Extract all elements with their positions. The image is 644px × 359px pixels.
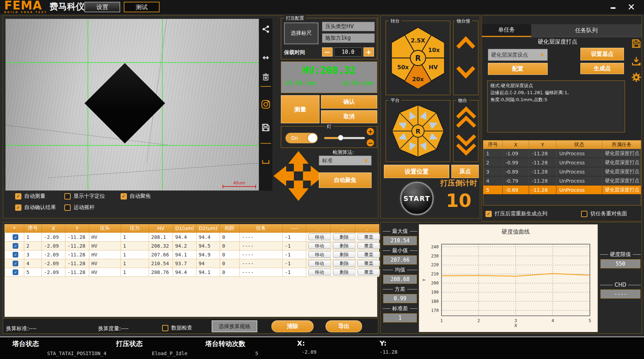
checkbox-icon[interactable] xyxy=(64,193,71,200)
light-toggle[interactable]: On xyxy=(285,133,318,143)
origin-button[interactable]: 原点 xyxy=(451,165,479,178)
save-image-icon[interactable] xyxy=(259,120,272,135)
tab-single-task[interactable]: 单任务 xyxy=(482,24,531,37)
start-button[interactable]: START xyxy=(400,182,434,215)
overwrite-button[interactable]: 覆盖 xyxy=(358,251,380,258)
overwrite-button[interactable]: 覆盖 xyxy=(358,234,380,240)
tab-settings[interactable]: 设置 xyxy=(84,2,120,12)
generate-points-button[interactable]: 生成点 xyxy=(580,63,624,74)
confirm-button[interactable]: 确认 xyxy=(321,95,377,109)
row-checkbox[interactable]: ✓ xyxy=(13,234,18,240)
camera-option-checkbox[interactable]: ✓自动确认结果 xyxy=(15,204,56,211)
hold-time-value[interactable]: 10.0 xyxy=(334,47,362,57)
import-points-icon[interactable] xyxy=(631,56,642,68)
slider-knob[interactable] xyxy=(338,135,343,141)
delete-button[interactable]: 删除 xyxy=(333,251,355,258)
turret-pos-20x[interactable]: 20x xyxy=(412,76,424,83)
delete-button[interactable]: 删除 xyxy=(333,260,355,267)
task-mode-dropdown[interactable]: 硬化层深度设点 ∨ xyxy=(488,49,548,61)
task-option-checkbox[interactable]: 切任务重对焦面 xyxy=(581,210,627,217)
brightness-minus-icon[interactable]: − xyxy=(367,139,374,146)
gear-icon[interactable] xyxy=(631,72,642,84)
points-table-row[interactable]: 4-0.79-11.28UnProcess硬化层深度打点 xyxy=(483,176,641,185)
checkbox-icon[interactable]: ✓ xyxy=(485,211,492,217)
task-info-box[interactable]: 模式:硬化层深度设点 边缘起点:[-2.09,-11.28], 偏移距离:1, … xyxy=(487,80,625,132)
stage-down-fast-icon[interactable] xyxy=(455,133,477,156)
move-button[interactable]: 移动 xyxy=(308,260,331,267)
checkbox-icon[interactable] xyxy=(581,211,587,217)
force-field[interactable]: 施加力1kg xyxy=(322,33,375,43)
checkbox-icon[interactable]: ✓ xyxy=(121,193,127,200)
measure-width-icon[interactable]: ↔ xyxy=(259,50,272,64)
clear-button[interactable]: 清除 xyxy=(271,320,314,332)
turret-pos-hv[interactable]: HV xyxy=(429,64,438,71)
row-checkbox[interactable]: ✓ xyxy=(13,269,18,275)
algorithm-dropdown[interactable]: 标准 ∨ xyxy=(319,156,372,165)
export-button[interactable]: 导出 xyxy=(326,320,362,332)
set-position-button[interactable]: 设置位置 xyxy=(384,165,449,178)
hold-time-increase-button[interactable]: + xyxy=(363,47,374,57)
stage-slow-down-icon[interactable] xyxy=(455,65,476,79)
checkbox-icon[interactable]: ✓ xyxy=(15,204,21,211)
autofocus-button[interactable]: 自动聚焦 xyxy=(319,172,372,188)
camera-option-checkbox[interactable]: ✓自动聚焦 xyxy=(121,193,151,200)
tab-test[interactable]: 测试 xyxy=(124,2,160,12)
checkbox-icon[interactable] xyxy=(64,204,71,211)
overwrite-button[interactable]: 覆盖 xyxy=(358,269,380,275)
trash-icon[interactable] xyxy=(259,70,272,84)
move-button[interactable]: 移动 xyxy=(308,242,331,249)
row-checkbox[interactable]: ✓ xyxy=(13,252,18,257)
table-row[interactable]: ✓5-2.09-11.28HV1208.7694.494.10-----1移动删… xyxy=(5,268,379,276)
task-config-button[interactable]: 配置 xyxy=(488,63,548,75)
stage-up-fast-icon[interactable] xyxy=(455,106,477,129)
move-button[interactable]: 移动 xyxy=(308,251,331,258)
save-task-icon[interactable] xyxy=(631,38,642,50)
table-row[interactable]: ✓4-2.09-11.28HV1210.5493.7940-----1移动删除覆… xyxy=(5,259,379,268)
toggle-knob[interactable] xyxy=(308,133,317,143)
share-icon[interactable] xyxy=(259,22,272,36)
points-table-row[interactable]: 3-0.89-11.28UnProcess硬化层深度打点 xyxy=(483,167,641,176)
stage-dpad[interactable] xyxy=(272,150,325,202)
ruler-icon[interactable] xyxy=(259,155,272,169)
camera-option-checkbox[interactable]: 显示十字定位 xyxy=(64,193,105,200)
camera-option-checkbox[interactable]: ✓自动测量 xyxy=(15,193,45,200)
task-option-checkbox[interactable]: ✓打压后需重新生成点列 xyxy=(485,210,547,217)
overwrite-button[interactable]: 覆盖 xyxy=(358,242,380,249)
row-checkbox[interactable]: ✓ xyxy=(13,243,18,249)
select-conversion-spec-button[interactable]: 选择换算规格 xyxy=(212,320,257,332)
brightness-slider[interactable] xyxy=(324,137,365,139)
platform-octagon[interactable]: R xyxy=(388,103,447,159)
select-ruler-button[interactable]: 选择标尺 xyxy=(284,22,318,44)
camera-option-checkbox[interactable]: 运动摇杆 xyxy=(64,204,95,211)
table-row[interactable]: ✓1-2.09-11.28HV1208.194.494.40-----1移动删除… xyxy=(5,233,379,241)
table-row[interactable]: ✓3-2.09-11.28HV1207.6694.194.90-----1移动删… xyxy=(5,250,379,259)
table-row[interactable]: ✓2-2.09-11.28HV1208.3294.294.50-----1移动删… xyxy=(5,241,379,250)
tab-task-queue[interactable]: 任务队列 xyxy=(531,24,642,37)
minimize-icon[interactable]: – xyxy=(605,0,621,14)
overwrite-button[interactable]: 覆盖 xyxy=(358,260,380,267)
turret-pos-10x[interactable]: 10x xyxy=(428,47,440,53)
brightness-plus-icon[interactable]: + xyxy=(367,128,374,135)
move-button[interactable]: 移动 xyxy=(308,234,331,240)
turret-pos-50x[interactable]: 50x xyxy=(397,64,409,71)
delete-button[interactable]: 删除 xyxy=(333,234,355,240)
stage-slow-up-icon[interactable] xyxy=(455,36,476,50)
indenter-type-field[interactable]: 压头类型HV xyxy=(322,22,375,31)
points-table-row[interactable]: 5-0.69-11.28UnProcess硬化层深度打点 xyxy=(483,185,641,195)
points-table-row[interactable]: 2-0.99-11.28UnProcess硬化层深度打点 xyxy=(483,158,641,167)
checkbox-icon[interactable]: ✓ xyxy=(15,193,21,200)
row-checkbox[interactable]: ✓ xyxy=(13,261,18,266)
delete-button[interactable]: 删除 xyxy=(333,269,355,275)
turret-hexagon[interactable]: 2.5X 10x HV 20x 50x R xyxy=(386,24,450,92)
cancel-button[interactable]: 取消 xyxy=(321,110,377,123)
delete-button[interactable]: 删除 xyxy=(333,242,355,249)
measure-button[interactable]: 测量 xyxy=(281,95,320,123)
points-table-row[interactable]: 1-1.09-11.28UnProcess硬化层深度打点 xyxy=(483,149,641,158)
turret-pos-2-5x[interactable]: 2.5X xyxy=(411,37,426,44)
close-icon[interactable]: ✕ xyxy=(624,0,639,14)
move-button[interactable]: 移动 xyxy=(308,269,331,275)
microscope-image[interactable]: 40um xyxy=(5,19,259,191)
checkbox-icon[interactable] xyxy=(162,325,168,331)
hold-time-decrease-button[interactable]: − xyxy=(322,47,333,57)
data-check-checkbox[interactable]: 数据检查 xyxy=(162,325,192,331)
